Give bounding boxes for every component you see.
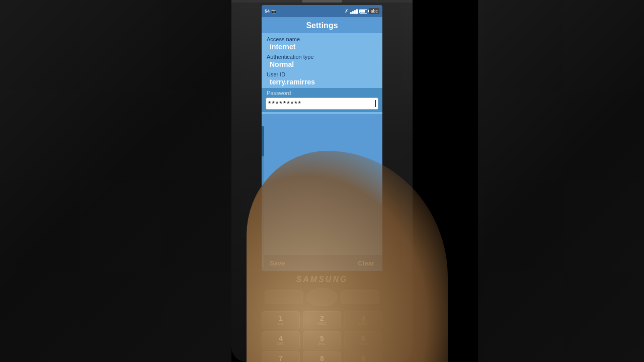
keypad: 1 σο 2 ABC 3 DEF 4 GHI 5 (252, 311, 392, 362)
auth-type-value: Normal (262, 60, 382, 70)
key-5-letters: JKL (318, 342, 326, 346)
samsung-brand: SAMSUNG (296, 275, 348, 284)
auth-type-section: Authentication type Normal (262, 53, 382, 70)
user-id-value: terry.ramirres (262, 77, 382, 88)
password-section[interactable]: Password ********* (262, 88, 382, 112)
key-7-number: 7 (279, 355, 283, 362)
text-cursor (375, 100, 376, 107)
user-id-section: User ID terry.ramirres (262, 70, 382, 88)
key-4-number: 4 (279, 335, 283, 342)
access-name-label: Access name (262, 35, 382, 42)
signal-bar-3 (354, 10, 356, 14)
key-row-3: 7 PQRS 8 TUV 9 WXYZ (252, 351, 392, 362)
nav-area (252, 288, 392, 306)
phone-top (231, 0, 413, 3)
save-button[interactable]: Save (270, 259, 285, 267)
access-name-value: internet (262, 42, 382, 53)
phone-speaker (302, 0, 342, 3)
key-5-number: 5 (320, 335, 324, 342)
scene: 54 📷 ✗ abc (0, 0, 644, 362)
bg-right (478, 0, 644, 362)
signal-bar-1 (350, 12, 352, 14)
key-6[interactable]: 6 MNO (344, 331, 382, 349)
screen-scrollbar[interactable] (262, 126, 264, 267)
settings-title: Settings (262, 17, 382, 33)
auth-type-label: Authentication type (262, 53, 382, 60)
key-4[interactable]: 4 GHI (262, 331, 300, 349)
key-4-letters: GHI (277, 342, 285, 346)
right-softkey[interactable] (341, 290, 379, 304)
key-6-number: 6 (361, 335, 365, 342)
status-left: 54 📷 (265, 9, 276, 14)
no-signal-icon: ✗ (345, 9, 349, 14)
battery-fill (360, 10, 365, 13)
key-1-number: 1 (279, 315, 283, 322)
phone-body: 54 📷 ✗ abc (231, 0, 413, 362)
password-field[interactable]: ********* (268, 100, 374, 108)
key-row-2: 4 GHI 5 JKL 6 MNO (252, 331, 392, 349)
key-3-number: 3 (361, 315, 365, 322)
left-softkey[interactable] (265, 290, 303, 304)
key-5[interactable]: 5 JKL (303, 331, 341, 349)
key-2[interactable]: 2 ABC (303, 311, 341, 329)
status-icon-1: 📷 (271, 9, 276, 14)
bg-left (0, 0, 231, 362)
phone-screen-wrapper: 54 📷 ✗ abc (262, 5, 382, 271)
screen-scrollbar-thumb (262, 126, 264, 156)
signal-level-text: 54 (265, 9, 270, 14)
password-label: Password (262, 89, 382, 96)
key-8[interactable]: 8 TUV (303, 351, 341, 362)
status-right: ✗ abc (345, 8, 379, 14)
nav-row-top (265, 288, 379, 306)
key-9[interactable]: 9 WXYZ (344, 351, 382, 362)
key-row-1: 1 σο 2 ABC 3 DEF (252, 311, 392, 329)
key-7[interactable]: 7 PQRS (262, 351, 300, 362)
key-1[interactable]: 1 σο (262, 311, 300, 329)
key-9-number: 9 (361, 355, 365, 362)
signal-bars-icon (350, 8, 358, 14)
signal-bar-4 (356, 9, 358, 14)
battery-icon (359, 9, 367, 14)
key-2-number: 2 (320, 315, 324, 322)
key-3[interactable]: 3 DEF (344, 311, 382, 329)
key-6-letters: MNO (358, 342, 368, 346)
key-1-letters: σο (278, 322, 283, 326)
settings-body: Access name internet Authentication type… (262, 33, 382, 114)
key-8-number: 8 (320, 355, 324, 362)
user-id-label: User ID (262, 70, 382, 77)
password-field-wrapper[interactable]: ********* (266, 98, 378, 110)
center-nav[interactable] (307, 288, 337, 306)
key-2-letters: ABC (317, 322, 327, 326)
signal-bar-2 (352, 11, 354, 14)
keyboard-mode-text: abc (369, 8, 379, 14)
status-bar: 54 📷 ✗ abc (262, 5, 382, 17)
clear-button[interactable]: Clear (358, 259, 374, 267)
key-3-letters: DEF (359, 322, 368, 326)
screen-content: Settings Access name internet Authentica… (262, 17, 382, 255)
action-bar: Save Clear (262, 255, 382, 271)
access-name-section: Access name internet (262, 35, 382, 53)
